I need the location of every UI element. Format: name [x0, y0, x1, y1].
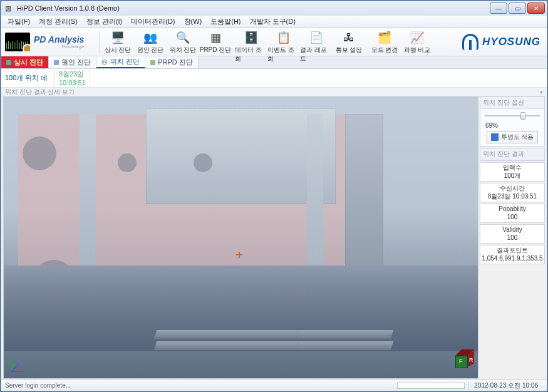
result-point: 결과포인트1,054.6,991.9,1,353.5: [480, 245, 545, 264]
target-icon: ◎: [101, 58, 108, 66]
axis-gizmo[interactable]: [8, 353, 29, 374]
menubar: 파일(F) 계정 관리(S) 정보 관리(I) 데이터관리(D) 창(W) 도움…: [1, 16, 547, 28]
status-timestamp: 2012-08-23 오전 10:06: [468, 381, 543, 390]
menu-dev[interactable]: 개발자 도구(D): [246, 16, 299, 27]
close-button[interactable]: ✕: [527, 3, 545, 14]
transparency-slider[interactable]: [483, 111, 541, 120]
info-timestamp: 8월23일 10:03:51: [55, 69, 90, 87]
search-icon: 🔍: [175, 30, 191, 45]
menu-help[interactable]: 도움말(H): [207, 16, 244, 27]
tool-prpd-diag[interactable]: ▦PRPD 진단: [199, 29, 232, 55]
panel-options-title: 위치 진단 옵션: [480, 97, 544, 109]
viewport-collapse-icon[interactable]: ▾: [540, 89, 543, 95]
brand: PD Analysis Discharge: [1, 28, 98, 56]
info-strip: 100개 위치 데 8월23일 10:03:51: [1, 69, 547, 88]
status-message: Server login complete...: [5, 382, 71, 389]
mode-icon: 🗂️: [376, 30, 393, 45]
3d-viewport[interactable]: F R: [3, 96, 478, 379]
tool-notify[interactable]: 🖧통보 설정: [333, 29, 365, 55]
minimize-button[interactable]: —: [490, 3, 507, 14]
menu-schedule[interactable]: 계정 관리(S): [35, 16, 81, 27]
event-icon: 📋: [276, 30, 292, 45]
statusbar: Server login complete... 2012-08-23 오전 1…: [1, 379, 547, 391]
apply-transparency-button[interactable]: 투명도 적용: [487, 131, 539, 143]
tab-live[interactable]: 상시 진단: [1, 56, 49, 68]
tool-live-diag[interactable]: 🖥️상시 진단: [101, 29, 134, 55]
result-receive-time: 수신시간8월23일 10:03:51: [480, 183, 545, 202]
tool-event-query[interactable]: 📋이벤트 조회: [267, 29, 300, 64]
tab-icon: [150, 60, 155, 65]
tab-prpd[interactable]: PRPD 진단: [145, 56, 199, 68]
viewport-header: 위치 진단 결과 상세 보기 ▾: [1, 88, 547, 96]
tool-data-query[interactable]: 🗄️데이터 조회: [235, 29, 267, 64]
status-progress: [397, 383, 465, 389]
sidebar: 위치 진단 옵션 69% 투명도 적용 위치 진단 결과 입력수100개: [480, 96, 545, 379]
monitor-icon: 🖥️: [110, 30, 126, 45]
transparency-value: 69%: [483, 122, 498, 129]
brand-title: PD Analysis: [34, 35, 84, 44]
tool-cause-diag[interactable]: 👥원인 진단: [134, 29, 167, 55]
brand-wave-icon: [5, 33, 30, 51]
menu-window[interactable]: 창(W): [180, 16, 206, 27]
viewcube-right-label: R: [469, 357, 473, 363]
people-icon: 👥: [142, 30, 158, 45]
hyosung-mark-icon: [462, 34, 478, 50]
result-input-count: 입력수100개: [480, 162, 545, 182]
company-name: HYOSUNG: [482, 36, 540, 48]
tool-wave-compare[interactable]: 📈파형 비교: [401, 29, 433, 55]
titlebar: ▧ HiPD Client Version 1.0.8 (Demo) — ▭ ✕: [1, 1, 547, 16]
report-icon: 📄: [308, 30, 324, 45]
target-cross-icon: [236, 252, 242, 258]
tool-mode[interactable]: 🗂️모드 변경: [368, 29, 401, 55]
menu-file[interactable]: 파일(F): [4, 16, 34, 27]
tab-cause[interactable]: 원인 진단: [49, 56, 96, 68]
tab-icon: [54, 60, 59, 65]
network-icon: 🖧: [341, 30, 357, 45]
panel-results-title: 위치 진단 결과: [480, 148, 544, 160]
viewcube-front-label: F: [459, 358, 463, 364]
maximize-button[interactable]: ▭: [509, 3, 526, 14]
db-search-icon: 🗄️: [243, 30, 259, 45]
company-logo: HYOSUNG: [462, 28, 547, 56]
grid-icon: ▦: [207, 30, 224, 45]
app-icon: ▧: [3, 3, 13, 13]
tab-location[interactable]: ◎위치 진단: [96, 56, 145, 68]
panel-results: 위치 진단 결과: [480, 148, 545, 161]
brand-sub: Discharge: [34, 44, 84, 49]
tool-location-diag[interactable]: 🔍위치 진단: [167, 29, 199, 55]
menu-data[interactable]: 데이터관리(D): [127, 16, 178, 27]
result-probability: Pobability100: [480, 204, 545, 223]
window-title: HiPD Client Version 1.0.8 (Demo): [17, 4, 120, 12]
panel-options: 위치 진단 옵션 69% 투명도 적용: [480, 96, 545, 147]
3d-scene: [4, 97, 478, 378]
tool-report[interactable]: 📄결과 레포트: [300, 29, 333, 64]
viewport-title: 위치 진단 결과 상세 보기: [5, 88, 75, 96]
swatch-icon: [491, 133, 499, 141]
result-validity: Validity100: [480, 224, 545, 244]
wave-icon: 📈: [409, 30, 425, 45]
viewcube[interactable]: F R: [455, 356, 473, 373]
menu-info[interactable]: 정보 관리(I): [83, 16, 126, 27]
status-dot-icon: [6, 60, 11, 65]
toolbar: PD Analysis Discharge 🖥️상시 진단 👥원인 진단 🔍위치…: [1, 28, 547, 56]
info-count: 100개 위치 데: [1, 69, 55, 87]
